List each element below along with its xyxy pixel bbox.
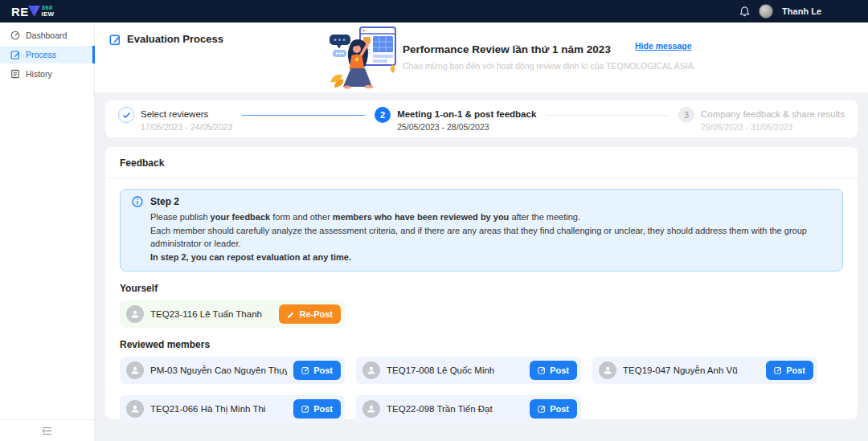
step-3-company-feedback: 3 Company feedback & share results 29/05…: [678, 107, 845, 132]
post-button[interactable]: Post: [293, 361, 341, 380]
dashboard-icon: [10, 31, 20, 40]
step-check-icon: [118, 107, 134, 123]
step-2-meeting-post-feedback: 2 Meeting 1-on-1 & post feedback 25/05/2…: [375, 107, 536, 132]
alert-line-2: Each member should carefully analyze the…: [150, 224, 831, 251]
user-name[interactable]: Thanh Le: [782, 6, 821, 16]
member-card: TEQ21-066 Hà Thị Minh Thi Post: [120, 395, 345, 423]
step-info-alert: Step 2 Please publish your feedback form…: [120, 189, 843, 272]
sidebar-item-label: Process: [26, 50, 56, 59]
member-card: TEQ17-008 Lê Quốc Minh Post: [356, 357, 581, 384]
step-dates: 29/05/2023 - 31/05/2023: [701, 122, 845, 132]
process-edit-icon: [10, 50, 20, 59]
person-icon: [366, 365, 376, 375]
topbar-right: Thanh Le: [739, 4, 821, 18]
step-number: 2: [375, 107, 391, 123]
feedback-card-body: Step 2 Please publish your feedback form…: [105, 178, 858, 433]
member-name: TEQ19-047 Nguyễn Anh Vũ: [623, 365, 760, 375]
stepper: Select reviewers 17/05/2023 - 24/05/2023…: [105, 100, 858, 137]
page-title: Evaluation Process: [127, 33, 223, 45]
step-dates: 17/05/2023 - 24/05/2023: [141, 122, 232, 132]
step-dates: 25/05/2023 - 28/05/2023: [397, 122, 536, 132]
menu-fold-icon[interactable]: [42, 427, 52, 435]
edit-square-icon: [109, 34, 121, 45]
person-icon: [130, 309, 140, 319]
step-connector-pending: [546, 115, 669, 116]
step-number: 3: [678, 107, 694, 123]
member-card: TEQ22-098 Trần Tiến Đạt Post: [356, 395, 581, 423]
page-header: Evaluation Process: [95, 22, 868, 92]
review-subtitle: Chào mừng bạn đến với hoạt động review đ…: [403, 61, 696, 71]
avatar: [126, 305, 144, 323]
pen-icon: [287, 310, 295, 318]
sidebar-menu: Dashboard Process History: [0, 22, 94, 419]
post-button[interactable]: Post: [766, 361, 813, 380]
logo-stack: 360 IEW: [41, 5, 54, 18]
review-message: Performance Review lần thứ 1 năm 2023 Ch…: [326, 25, 696, 89]
logo-v-icon: [28, 5, 40, 18]
sidebar-item-label: History: [26, 69, 52, 79]
post-button[interactable]: Post: [530, 361, 577, 380]
person-icon: [366, 404, 376, 414]
step-title: Select reviewers: [141, 109, 232, 120]
yourself-heading: Yourself: [120, 283, 843, 294]
member-name: TEQ21-066 Hà Thị Minh Thi: [150, 404, 287, 414]
user-avatar[interactable]: [759, 4, 773, 18]
person-icon: [603, 365, 612, 375]
edit-square-icon: [301, 366, 309, 374]
avatar: [126, 400, 144, 418]
alert-line-1: Please publish your feedback form and ot…: [150, 210, 831, 224]
feedback-section-title: Feedback: [105, 147, 858, 178]
avatar: [362, 400, 380, 418]
members-grid: PM-03 Nguyễn Cao Nguyên Thụy Post TEQ17-…: [120, 357, 843, 423]
member-card: PM-03 Nguyễn Cao Nguyên Thụy Post: [120, 357, 345, 384]
sidebar-item-process[interactable]: Process: [0, 46, 94, 63]
person-icon: [130, 404, 140, 414]
person-icon: [130, 365, 140, 375]
avatar: [599, 361, 616, 379]
edit-square-icon: [538, 405, 546, 413]
sidebar: Dashboard Process History: [0, 22, 95, 441]
repost-button[interactable]: Re-Post: [279, 304, 341, 324]
alert-title-row: Step 2: [132, 196, 831, 207]
notification-bell-icon[interactable]: [739, 6, 750, 17]
step-title: Company feedback & share results: [701, 109, 845, 120]
topbar: RE 360 IEW Thanh Le: [0, 0, 868, 22]
reviewed-members-heading: Reviewed members: [120, 339, 843, 350]
alert-line-3: In step 2, you can repost evaluation at …: [150, 251, 831, 264]
history-icon: [10, 69, 20, 79]
yourself-member-card: TEQ23-116 Lê Tuấn Thanh Re-Post: [120, 300, 345, 328]
feedback-card: Feedback Step 2 Please publish your feed…: [105, 147, 858, 419]
step-1-select-reviewers: Select reviewers 17/05/2023 - 24/05/2023: [118, 107, 232, 132]
step-text: Select reviewers 17/05/2023 - 24/05/2023: [141, 107, 232, 132]
alert-body: Please publish your feedback form and ot…: [150, 210, 831, 263]
member-card: TEQ19-047 Nguyễn Anh Vũ Post: [592, 357, 817, 384]
step-text: Company feedback & share results 29/05/2…: [701, 107, 845, 132]
post-button[interactable]: Post: [530, 399, 577, 419]
avatar: [126, 361, 144, 379]
edit-square-icon: [538, 366, 546, 374]
main-content: Evaluation Process: [95, 22, 868, 441]
sidebar-item-label: Dashboard: [26, 31, 67, 40]
member-name: TEQ17-008 Lê Quốc Minh: [387, 365, 523, 375]
logo-text-re: RE: [11, 5, 28, 18]
alert-title: Step 2: [150, 196, 179, 207]
step-title: Meeting 1-on-1 & post feedback: [397, 109, 536, 120]
sidebar-item-dashboard[interactable]: Dashboard: [0, 27, 94, 44]
edit-square-icon: [774, 366, 782, 374]
member-name: PM-03 Nguyễn Cao Nguyên Thụy: [150, 365, 287, 375]
logo-text-iew: IEW: [41, 11, 54, 18]
member-name: TEQ22-098 Trần Tiến Đạt: [387, 404, 523, 414]
review-illustration: [326, 25, 397, 89]
avatar: [362, 361, 380, 379]
edit-square-icon: [301, 405, 309, 413]
step-text: Meeting 1-on-1 & post feedback 25/05/202…: [397, 107, 536, 132]
page-title-row: Evaluation Process: [109, 33, 223, 45]
info-icon: [132, 196, 143, 207]
app-logo[interactable]: RE 360 IEW: [11, 5, 54, 18]
sidebar-item-history[interactable]: History: [0, 65, 94, 83]
hide-message-link[interactable]: Hide message: [635, 41, 692, 51]
step-connector-done: [242, 115, 365, 116]
sidebar-footer: [0, 419, 94, 441]
member-name: TEQ23-116 Lê Tuấn Thanh: [150, 309, 272, 319]
post-button[interactable]: Post: [293, 399, 341, 419]
